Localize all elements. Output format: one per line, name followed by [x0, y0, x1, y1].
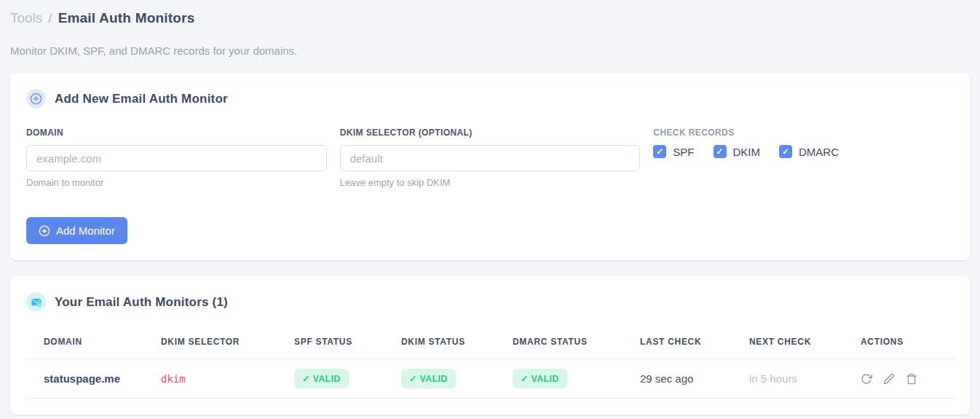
monitors-card-title: Your Email Auth Monitors (1) — [55, 295, 228, 310]
header-domain: DOMAIN — [26, 326, 154, 359]
monitor-last-check: 29 sec ago — [633, 359, 742, 399]
dkim-selector-field-group: DKIM SELECTOR (OPTIONAL) Leave empty to … — [340, 128, 641, 188]
checkbox-dkim[interactable]: ✓ DKIM — [714, 145, 761, 158]
monitor-domain: statuspage.me — [26, 359, 154, 399]
breadcrumb: Tools / Email Auth Monitors — [10, 10, 970, 26]
monitor-dkim-selector: dkim — [161, 373, 186, 385]
spf-status-badge: ✓ VALID — [294, 369, 349, 388]
edit-icon[interactable] — [883, 373, 895, 385]
breadcrumb-separator: / — [48, 10, 52, 26]
header-dkim-selector: DKIM SELECTOR — [154, 326, 287, 359]
dkim-selector-field-label: DKIM SELECTOR (OPTIONAL) — [340, 128, 641, 138]
header-spf-status: SPF STATUS — [287, 326, 394, 359]
add-monitor-button-label: Add Monitor — [56, 224, 115, 237]
checkbox-spf[interactable]: ✓ SPF — [653, 145, 694, 158]
domain-field-group: DOMAIN Domain to monitor — [26, 128, 327, 188]
checkbox-spf-label: SPF — [673, 146, 694, 158]
domain-field-hint: Domain to monitor — [26, 177, 327, 188]
monitor-next-check: in 5 hours — [742, 359, 853, 399]
monitors-table: DOMAIN DKIM SELECTOR SPF STATUS DKIM STA… — [26, 326, 954, 399]
page-header: Tools / Email Auth Monitors Monitor DKIM… — [10, 7, 970, 57]
header-dmarc-status: DMARC STATUS — [505, 326, 633, 359]
domain-field-label: DOMAIN — [26, 128, 327, 138]
check-records-group: CHECK RECORDS ✓ SPF ✓ DKIM ✓ DMARC — [653, 128, 954, 188]
header-last-check: LAST CHECK — [633, 326, 742, 359]
dmarc-status-badge: ✓ VALID — [513, 369, 567, 388]
header-actions: ACTIONS — [853, 326, 954, 359]
breadcrumb-tools-link[interactable]: Tools — [10, 10, 42, 26]
add-monitor-card: Add New Email Auth Monitor DOMAIN Domain… — [10, 73, 970, 260]
email-check-icon — [26, 292, 46, 312]
plus-circle-icon — [26, 89, 46, 109]
check-records-label: CHECK RECORDS — [653, 128, 954, 138]
dkim-selector-input[interactable] — [340, 145, 641, 171]
checkbox-dmarc-label: DMARC — [799, 146, 839, 158]
add-monitor-card-header: Add New Email Auth Monitor — [26, 89, 954, 109]
refresh-icon[interactable] — [861, 373, 872, 385]
checkbox-dkim-label: DKIM — [733, 146, 761, 158]
check-records-row: ✓ SPF ✓ DKIM ✓ DMARC — [653, 145, 954, 158]
dkim-selector-field-hint: Leave empty to skip DKIM — [340, 177, 641, 188]
delete-icon[interactable] — [906, 373, 917, 385]
checkbox-checked-icon[interactable]: ✓ — [714, 145, 727, 158]
add-monitor-title: Add New Email Auth Monitor — [55, 92, 228, 106]
monitors-card: Your Email Auth Monitors (1) DOMAIN DKIM… — [10, 276, 970, 415]
monitors-card-header: Your Email Auth Monitors (1) — [26, 292, 954, 312]
add-monitor-button[interactable]: Add Monitor — [26, 217, 127, 244]
header-dkim-status: DKIM STATUS — [394, 326, 505, 359]
row-actions — [861, 373, 947, 385]
page-subtitle: Monitor DKIM, SPF, and DMARC records for… — [10, 44, 970, 57]
checkbox-checked-icon[interactable]: ✓ — [653, 145, 666, 158]
page: Tools / Email Auth Monitors Monitor DKIM… — [0, 0, 980, 415]
dkim-status-badge: ✓ VALID — [401, 369, 456, 388]
checkbox-checked-icon[interactable]: ✓ — [779, 145, 792, 158]
table-header-row: DOMAIN DKIM SELECTOR SPF STATUS DKIM STA… — [26, 326, 954, 359]
add-monitor-form: DOMAIN Domain to monitor DKIM SELECTOR (… — [26, 128, 954, 188]
table-row: statuspage.me dkim ✓ VALID ✓ VALID ✓ VAL… — [26, 359, 954, 399]
checkbox-dmarc[interactable]: ✓ DMARC — [779, 145, 839, 158]
header-next-check: NEXT CHECK — [742, 326, 853, 359]
page-title: Email Auth Monitors — [58, 10, 195, 26]
domain-input[interactable] — [26, 145, 327, 171]
plus-circle-icon — [39, 225, 50, 237]
